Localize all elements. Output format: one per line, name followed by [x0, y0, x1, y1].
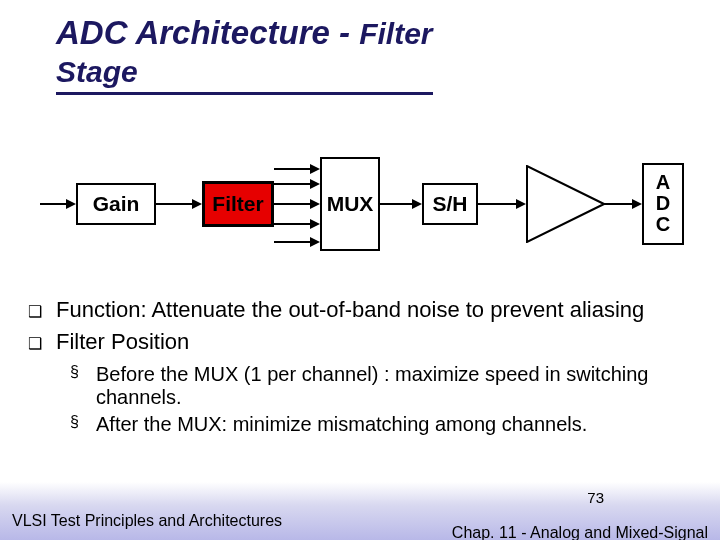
sample-hold-block: S/H	[422, 183, 478, 225]
amplifier-icon	[526, 165, 606, 243]
sub-bullet-text: Before the MUX (1 per channel) : maximiz…	[96, 363, 690, 409]
bullet-text: Function: Attenuate the out-of-band nois…	[56, 297, 644, 327]
wire	[478, 203, 520, 205]
title-sub2: Stage	[56, 55, 138, 88]
arrow-icon	[192, 199, 202, 209]
arrow-icon	[310, 199, 320, 209]
title-main: ADC Architecture -	[56, 14, 359, 51]
arrow-icon	[310, 237, 320, 247]
bullet-marker-icon: ❑	[28, 297, 46, 327]
slide-title: ADC Architecture - Filter Stage	[56, 14, 433, 95]
page-number: 73	[587, 489, 604, 506]
arrow-icon	[632, 199, 642, 209]
bullet-text: Filter Position	[56, 329, 189, 359]
arrow-icon	[66, 199, 76, 209]
adc-block: A D C	[642, 163, 684, 245]
mux-block: MUX	[320, 157, 380, 251]
wire	[156, 203, 196, 205]
sub-bullet-text: After the MUX: minimize mismatching amon…	[96, 413, 587, 436]
sub-bullet-item: § Before the MUX (1 per channel) : maxim…	[70, 363, 690, 409]
filter-block: Filter	[202, 181, 274, 227]
title-sub1: Filter	[359, 17, 432, 50]
arrow-icon	[310, 164, 320, 174]
sub-bullet-item: § After the MUX: minimize mismatching am…	[70, 413, 690, 436]
bullet-marker-icon: ❑	[28, 329, 46, 359]
sub-bullet-marker-icon: §	[70, 413, 86, 436]
block-diagram: Gain Filter MUX S/H A D C	[0, 123, 720, 293]
gain-block: Gain	[76, 183, 156, 225]
sub-bullet-marker-icon: §	[70, 363, 86, 409]
bullet-item: ❑ Function: Attenuate the out-of-band no…	[28, 297, 698, 327]
footer-left: VLSI Test Principles and Architectures	[12, 512, 282, 530]
arrow-icon	[412, 199, 422, 209]
sub-bullet-list: § Before the MUX (1 per channel) : maxim…	[0, 361, 720, 436]
slide-footer: 73 VLSI Test Principles and Architecture…	[0, 482, 720, 540]
footer-right: Chap. 11 - Analog and Mixed-Signal	[452, 523, 708, 540]
arrow-icon	[516, 199, 526, 209]
arrow-icon	[310, 219, 320, 229]
svg-marker-0	[527, 166, 604, 242]
arrow-icon	[310, 179, 320, 189]
slide-title-area: ADC Architecture - Filter Stage	[0, 0, 720, 95]
bullet-list: ❑ Function: Attenuate the out-of-band no…	[0, 293, 720, 359]
bullet-item: ❑ Filter Position	[28, 329, 698, 359]
wire	[380, 203, 416, 205]
